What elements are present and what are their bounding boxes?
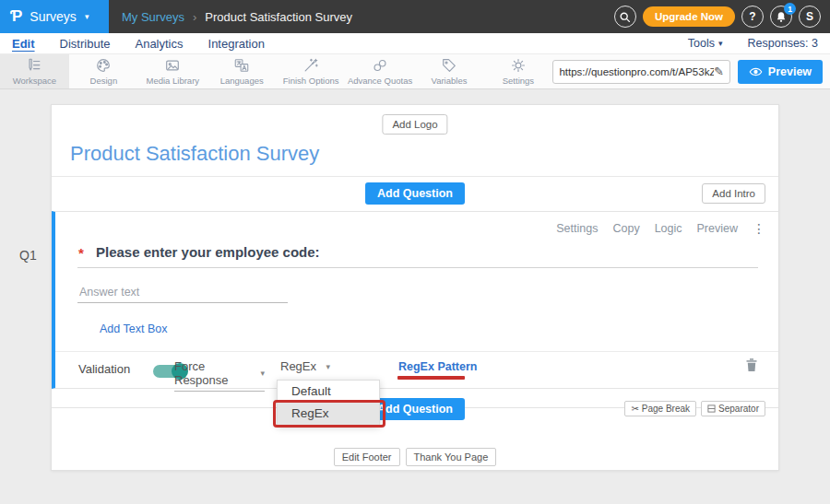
toolbar-item-label: Media Library (147, 76, 200, 86)
delete-question-button[interactable] (745, 357, 758, 372)
add-logo-button[interactable]: Add Logo (382, 114, 447, 135)
insert-controls: ✂ Page Break Separator (624, 401, 765, 416)
scissors-icon: ✂ (631, 404, 638, 414)
question-block: Settings Copy Logic Preview ⋮ * Please e… (52, 211, 778, 389)
chain-links-icon (372, 57, 388, 74)
required-asterisk: * (78, 245, 84, 261)
chevron-down-icon: ▾ (85, 12, 89, 21)
add-question-button-bottom[interactable]: Add Question (365, 398, 465, 420)
preview-button[interactable]: Preview (738, 60, 823, 84)
chevron-down-icon: ▾ (260, 369, 265, 378)
question-actions: Settings Copy Logic Preview ⋮ (556, 221, 765, 236)
survey-url-box: ✎ (552, 60, 729, 84)
toolbar-item-label: Languages (220, 76, 264, 86)
edit-url-icon[interactable]: ✎ (714, 64, 724, 78)
survey-url-input[interactable] (559, 66, 714, 77)
account-avatar[interactable]: S (799, 6, 821, 28)
tag-icon (441, 57, 457, 74)
topbar: Ƥ Surveys ▾ My Surveys › Product Satisfa… (0, 0, 830, 33)
survey-navbar: Edit Distribute Analytics Integration To… (0, 33, 830, 53)
image-icon (164, 57, 181, 74)
page-break-button[interactable]: ✂ Page Break (624, 401, 696, 416)
notifications-button[interactable]: 1 (770, 6, 792, 28)
add-question-button-top[interactable]: Add Question (365, 182, 465, 205)
magic-wand-icon (302, 57, 319, 74)
breadcrumb-current-survey: Product Satisfaction Survey (205, 10, 352, 24)
chevron-down-icon: ▾ (326, 362, 330, 371)
gear-icon (510, 57, 527, 74)
answer-text-input[interactable] (77, 282, 288, 303)
validation-type-menu: Default RegEx (277, 380, 380, 426)
survey-title[interactable]: Product Satisfaction Survey (70, 142, 319, 166)
search-icon (619, 11, 631, 23)
chevron-down-icon: ▾ (718, 39, 723, 48)
kebab-menu-icon[interactable]: ⋮ (753, 221, 765, 236)
menu-option-regex[interactable]: RegEx (278, 402, 379, 425)
card-footer: Edit Footer Thank You Page (52, 448, 778, 466)
question-text[interactable]: Please enter your employee code: (96, 244, 320, 260)
separator-label: Separator (718, 404, 759, 414)
upgrade-now-button[interactable]: Upgrade Now (643, 6, 735, 27)
add-intro-button[interactable]: Add Intro (702, 183, 765, 204)
topbar-actions: Upgrade Now ? 1 S (614, 6, 821, 28)
toolbar-item-label: Workspace (13, 76, 56, 86)
toolbar-item-advance-quotas[interactable]: Advance Quotas (346, 54, 415, 88)
questionpro-logo-icon: Ƥ (10, 7, 22, 26)
separator-icon (707, 404, 716, 413)
validation-type-dropdown[interactable]: RegEx ▾ (280, 359, 330, 373)
surveys-menu[interactable]: Ƥ Surveys ▾ (0, 0, 109, 33)
question-number: Q1 (19, 248, 37, 263)
toolbar-item-label: Finish Options (283, 76, 339, 86)
notification-badge: 1 (784, 3, 796, 15)
edit-footer-button[interactable]: Edit Footer (334, 448, 400, 466)
toolbar-item-variables[interactable]: Variables (415, 54, 484, 88)
tab-analytics[interactable]: Analytics (135, 37, 183, 51)
toolbar-item-workspace[interactable]: Workspace (0, 54, 69, 88)
menu-option-regex-label: RegEx (291, 406, 329, 420)
question-settings-link[interactable]: Settings (556, 222, 598, 235)
avatar-initial: S (806, 10, 813, 23)
toolbar-item-design[interactable]: Design (69, 54, 138, 88)
toolbar-item-label: Design (90, 76, 118, 86)
page-break-label: Page Break (642, 404, 690, 414)
validation-type-value: RegEx (280, 359, 316, 373)
editor-toolbar: Workspace Design Media Library Languages… (0, 53, 830, 89)
eye-icon (749, 66, 763, 77)
tools-label: Tools (688, 37, 715, 50)
toolbar-item-label: Settings (503, 76, 534, 86)
toolbar-item-finish-options[interactable]: Finish Options (277, 54, 346, 88)
palette-icon (95, 57, 112, 74)
responses-count[interactable]: Responses: 3 (748, 37, 818, 50)
breadcrumb-my-surveys[interactable]: My Surveys (122, 10, 184, 24)
validation-label: Validation (78, 362, 130, 376)
tab-edit[interactable]: Edit (12, 37, 35, 51)
divider (55, 351, 778, 352)
help-icon: ? (749, 10, 755, 23)
search-button[interactable] (614, 6, 636, 28)
question-logic-link[interactable]: Logic (655, 222, 682, 235)
thank-you-page-button[interactable]: Thank You Page (406, 448, 497, 466)
menu-option-default[interactable]: Default (278, 381, 379, 402)
tab-distribute[interactable]: Distribute (60, 37, 111, 51)
help-button[interactable]: ? (741, 6, 764, 28)
toolbar-item-settings[interactable]: Settings (483, 54, 552, 88)
survey-tabs: Edit Distribute Analytics Integration (12, 37, 265, 51)
question-preview-link[interactable]: Preview (697, 222, 738, 235)
regex-pattern-link[interactable]: RegEx Pattern (398, 360, 477, 373)
tools-dropdown[interactable]: Tools ▾ (688, 37, 723, 50)
toolbar-item-languages[interactable]: Languages (208, 54, 277, 88)
navbar-right: Tools ▾ Responses: 3 (688, 37, 818, 50)
question-text-underline (77, 267, 758, 268)
breadcrumb-separator-icon: › (193, 10, 196, 24)
breadcrumb: My Surveys › Product Satisfaction Survey (122, 10, 352, 24)
separator-button[interactable]: Separator (701, 401, 765, 416)
questionpro-app: Ƥ Surveys ▾ My Surveys › Product Satisfa… (0, 0, 830, 504)
survey-editor-main: Q1 Add Logo Product Satisfaction Survey … (0, 89, 830, 504)
add-text-box-link[interactable]: Add Text Box (100, 322, 167, 335)
tab-integration[interactable]: Integration (208, 37, 265, 51)
force-response-dropdown[interactable]: Force Response ▾ (174, 359, 265, 392)
translate-icon (233, 57, 250, 74)
toolbar-item-media-library[interactable]: Media Library (138, 54, 208, 88)
question-copy-link[interactable]: Copy (612, 222, 639, 235)
annotation-highlight-box (273, 400, 385, 428)
